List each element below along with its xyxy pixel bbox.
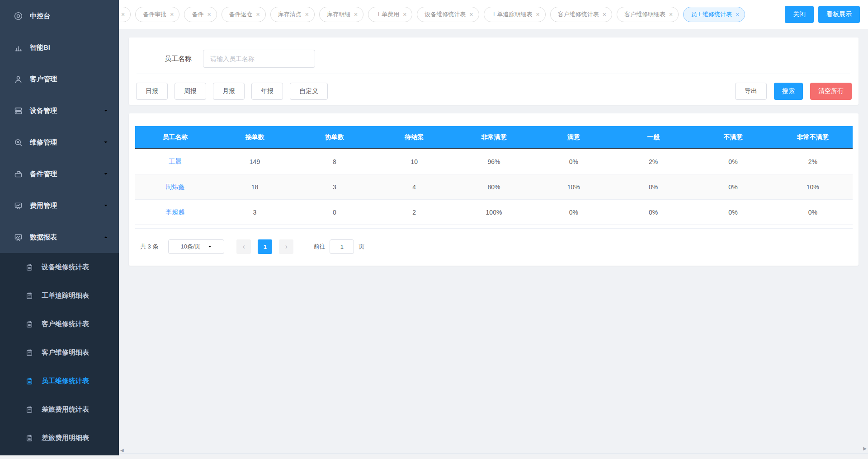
tab-close-icon[interactable]: × <box>256 11 260 18</box>
sidebar-subitem-0[interactable]: 设备维修统计表 <box>0 253 119 281</box>
tab-close-icon[interactable]: × <box>536 11 540 18</box>
sidebar-item-6[interactable]: 费用管理 <box>0 190 119 221</box>
report-sheet-icon <box>25 320 33 328</box>
sidebar-subitem-3[interactable]: 客户维修明细表 <box>0 338 119 367</box>
tab-9[interactable]: 客户维修统计表× <box>550 7 612 22</box>
tab-11[interactable]: 员工维修统计表× <box>683 7 745 22</box>
table-cell: 0% <box>534 200 613 225</box>
tab-10[interactable]: 客户维修明细表× <box>617 7 679 22</box>
sidebar-subitem-label: 客户维修明细表 <box>42 348 89 357</box>
scroll-left-icon[interactable]: ◀ <box>120 448 124 453</box>
tab-7[interactable]: 设备维修统计表× <box>417 7 479 22</box>
tab-close-icon[interactable]: × <box>603 11 606 18</box>
sidebar-subitem-2[interactable]: 客户维修统计表 <box>0 310 119 338</box>
board-display-button[interactable]: 看板展示 <box>818 6 860 23</box>
period-button-3[interactable]: 年报 <box>251 83 283 100</box>
tab-close-icon[interactable]: × <box>121 11 125 18</box>
tab-close-icon[interactable]: × <box>354 11 358 18</box>
sidebar-subitem-label: 客户维修统计表 <box>42 320 89 328</box>
report-board-icon <box>14 233 23 242</box>
sidebar-subitem-5[interactable]: 差旅费用统计表 <box>0 395 119 424</box>
table-cell: 18 <box>215 174 294 199</box>
chevron-down-icon <box>103 139 109 145</box>
sidebar-item-2[interactable]: 客户管理 <box>0 63 119 95</box>
table-cell: 0% <box>773 200 853 225</box>
table-header-row: 员工名称接单数协单数待结案非常满意满意一般不满意非常不满意 <box>135 126 853 149</box>
employee-name-link[interactable]: 王晨 <box>135 149 215 174</box>
sidebar-subitem-label: 工单追踪明细表 <box>42 291 89 300</box>
sidebar-subitem-6[interactable]: 差旅费用明细表 <box>0 424 119 452</box>
table-cell: 0 <box>295 200 374 225</box>
table-cell: 2% <box>773 149 853 174</box>
tab-close-icon[interactable]: × <box>736 11 739 18</box>
tab-close-icon[interactable]: × <box>170 11 174 18</box>
chevron-up-icon <box>103 234 109 240</box>
period-button-2[interactable]: 月报 <box>213 83 245 100</box>
clear-all-button[interactable]: 清空所有 <box>810 83 852 100</box>
employee-stats-table: 员工名称接单数协单数待结案非常满意满意一般不满意非常不满意 王晨14981096… <box>135 126 853 229</box>
tab-close-icon[interactable]: × <box>669 11 673 18</box>
table-cell: 3 <box>295 174 374 199</box>
next-page-button[interactable]: › <box>279 239 293 254</box>
tab-close-icon[interactable]: × <box>469 11 473 18</box>
goto-label: 前往 <box>313 243 325 251</box>
sidebar-subitem-4[interactable]: 员工维修统计表 <box>0 367 119 395</box>
employee-name-link[interactable]: 周炜鑫 <box>135 174 215 199</box>
close-button[interactable]: 关闭 <box>785 6 814 23</box>
tab-close-icon[interactable]: × <box>403 11 406 18</box>
tab-close-icon[interactable]: × <box>207 11 211 18</box>
tab-6[interactable]: 工单费用× <box>368 7 412 22</box>
page-size-value: 10条/页 <box>180 243 200 251</box>
table-cell: 2% <box>613 149 693 174</box>
period-button-0[interactable]: 日报 <box>136 83 168 100</box>
tab-2[interactable]: 备件× <box>184 7 217 22</box>
export-button[interactable]: 导出 <box>735 83 767 100</box>
report-sheet-icon <box>25 377 33 385</box>
sidebar-item-7[interactable]: 数据报表 <box>0 221 119 253</box>
sidebar-item-3[interactable]: 设备管理 <box>0 95 119 126</box>
scroll-right-icon[interactable]: ▶ <box>863 446 867 451</box>
table-cell: 0% <box>613 200 693 225</box>
table-cell: 80% <box>454 174 533 199</box>
current-page-button[interactable]: 1 <box>258 239 272 254</box>
tab-5[interactable]: 库存明细× <box>319 7 363 22</box>
report-sheet-icon <box>25 434 33 442</box>
tab-close-icon[interactable]: × <box>305 11 309 18</box>
sidebar-item-4[interactable]: 维修管理 <box>0 126 119 158</box>
prev-page-button[interactable]: ‹ <box>236 239 251 254</box>
table-cell: 2 <box>374 200 454 225</box>
filter-actions: 导出 搜索 清空所有 <box>735 83 852 100</box>
tab-8[interactable]: 工单追踪明细表× <box>484 7 546 22</box>
sidebar-item-0[interactable]: 中控台 <box>0 0 119 32</box>
column-header: 待结案 <box>374 126 454 148</box>
table-cell: 3 <box>215 200 294 225</box>
period-button-1[interactable]: 周报 <box>175 83 206 100</box>
tab-4[interactable]: 库存清点× <box>270 7 315 22</box>
chevron-down-icon <box>103 202 109 209</box>
tab-0[interactable]: × <box>119 7 131 22</box>
tab-3[interactable]: 备件返仓× <box>222 7 266 22</box>
pagination: 共 3 条 10条/页 ‹ 1 › 前往 页 <box>140 239 364 254</box>
employee-name-input[interactable] <box>203 50 315 68</box>
bar-chart-icon <box>14 43 23 52</box>
goto-page-input[interactable] <box>330 239 354 254</box>
sidebar-subitem-label: 设备维修统计表 <box>42 263 89 272</box>
tab-1[interactable]: 备件审批× <box>135 7 179 22</box>
sidebar-item-1[interactable]: 智能BI <box>0 32 119 63</box>
report-sheet-icon <box>25 263 33 272</box>
table-row-1: 周炜鑫183480%10%0%0%10% <box>135 174 853 200</box>
tab-label: 备件审批 <box>143 10 166 19</box>
sidebar-subitem-1[interactable]: 工单追踪明细表 <box>0 281 119 310</box>
sidebar-item-5[interactable]: 备件管理 <box>0 158 119 190</box>
search-button[interactable]: 搜索 <box>774 83 803 100</box>
page-size-select[interactable]: 10条/页 <box>168 239 224 254</box>
employee-name-link[interactable]: 李超越 <box>135 200 215 225</box>
period-buttons: 日报周报月报年报自定义 <box>136 83 328 100</box>
chevron-down-icon <box>207 244 212 249</box>
sidebar-item-label: 备件管理 <box>30 170 57 178</box>
sidebar: 中控台智能BI客户管理设备管理维修管理备件管理费用管理数据报表 设备维修统计表工… <box>0 0 119 455</box>
filter-card: 员工名称 日报周报月报年报自定义 导出 搜索 清空所有 <box>129 37 859 105</box>
period-button-4[interactable]: 自定义 <box>290 83 328 100</box>
table-cell: 10 <box>374 149 454 174</box>
column-header: 接单数 <box>215 126 294 148</box>
